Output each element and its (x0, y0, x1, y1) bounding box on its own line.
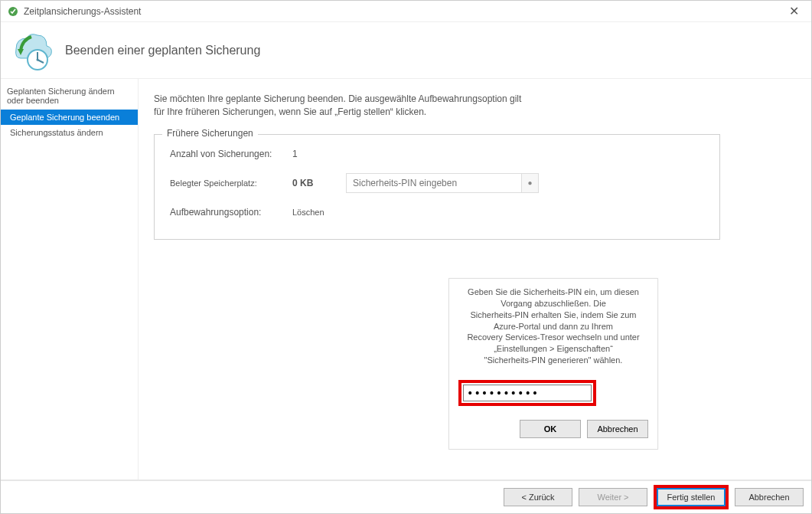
page-title: Beenden einer geplanten Sicherung (65, 44, 260, 57)
value-retention: Löschen (292, 208, 338, 217)
value-used-space: 0 KB (292, 178, 338, 188)
next-button: Weiter > (579, 488, 647, 506)
pin-dialog-message: Geben Sie die Sicherheits-PIN ein, um di… (458, 286, 648, 366)
pin-msg-l1: Geben Sie die Sicherheits-PIN ein, um di… (468, 287, 639, 308)
finish-highlight: Fertig stellen (654, 485, 729, 509)
sidebar: Geplanten Sicherung ändern oder beenden … (1, 79, 139, 480)
security-pin-input[interactable] (346, 173, 522, 193)
sidebar-item-stop-backup[interactable]: Geplante Sicherung beenden (1, 110, 138, 125)
app-icon (7, 5, 19, 18)
intro-text: Sie möchten Ihre geplante Sicherung been… (154, 93, 659, 119)
pin-msg-l4: "Sicherheits-PIN generieren" wählen. (484, 355, 623, 365)
intro-line2: für Ihre früheren Sicherungen, wenn Sie … (154, 106, 426, 117)
value-backup-count: 1 (292, 149, 338, 159)
row-retention: Aufbewahrungsoption: Löschen (170, 207, 704, 218)
label-backup-count: Anzahl von Sicherungen: (170, 149, 292, 159)
back-button[interactable]: < Zurück (504, 488, 572, 506)
sidebar-item-change-status[interactable]: Sicherungsstatus ändern (1, 125, 138, 140)
close-icon[interactable]: ✕ (782, 4, 805, 18)
wizard-logo-icon (8, 28, 54, 74)
titlebar: Zeitplansicherungs-Assistent ✕ (1, 1, 811, 22)
wizard-window: Zeitplansicherungs-Assistent ✕ Beenden e… (0, 0, 812, 514)
header: Beenden einer geplanten Sicherung (1, 22, 811, 79)
row-used-space: Belegter Speicherplatz: 0 KB ● (170, 173, 704, 193)
security-pin-dialog: Geben Sie die Sicherheits-PIN ein, um di… (448, 278, 658, 450)
sidebar-heading: Geplanten Sicherung ändern oder beenden (1, 83, 138, 110)
pin-password-field[interactable] (463, 385, 592, 401)
sidebar-item-label: Geplante Sicherung beenden (10, 113, 119, 122)
row-backup-count: Anzahl von Sicherungen: 1 (170, 149, 704, 159)
pin-msg-l2: Sicherheits-PIN erhalten Sie, indem Sie … (470, 310, 636, 331)
label-retention: Aufbewahrungsoption: (170, 207, 292, 218)
sidebar-item-label: Sicherungsstatus ändern (10, 128, 103, 137)
label-used-space: Belegter Speicherplatz: (170, 178, 292, 188)
svg-point-5 (37, 58, 39, 61)
previous-backups-group: Frühere Sicherungen Anzahl von Sicherung… (154, 134, 720, 240)
window-title: Zeitplansicherungs-Assistent (24, 6, 141, 17)
body: Geplanten Sicherung ändern oder beenden … (1, 79, 811, 481)
pin-cancel-button[interactable]: Abbrechen (587, 420, 648, 438)
footer: < Zurück Weiter > Fertig stellen Abbrech… (1, 481, 811, 513)
intro-line1: Sie möchten Ihre geplante Sicherung been… (154, 93, 521, 104)
reveal-pin-icon[interactable]: ● (522, 173, 539, 193)
pin-msg-l3: Recovery Services-Tresor wechseln und un… (467, 332, 639, 353)
cancel-button[interactable]: Abbrechen (735, 488, 804, 506)
pin-password-highlight (458, 380, 596, 406)
pin-ok-button[interactable]: OK (520, 420, 581, 438)
finish-button[interactable]: Fertig stellen (657, 488, 726, 506)
main-panel: Sie möchten Ihre geplante Sicherung been… (139, 79, 811, 480)
groupbox-legend: Frühere Sicherungen (162, 128, 258, 139)
